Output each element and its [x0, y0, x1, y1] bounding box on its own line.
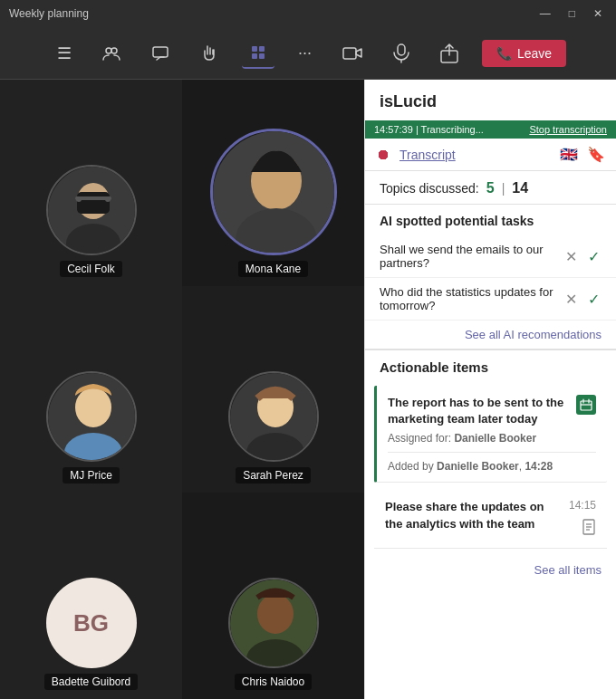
action-item-2: Please share the updates on the analytic… [374, 490, 607, 549]
phone-icon: 📞 [496, 46, 512, 61]
window-controls: — □ ✕ [535, 5, 607, 22]
list-icon[interactable]: ☰ [50, 38, 79, 69]
ai-task-2-confirm-button[interactable]: ✓ [586, 289, 602, 310]
svg-rect-30 [581, 401, 592, 410]
ai-task-1-reject-button[interactable]: ✕ [563, 246, 579, 267]
action-item-1: The report has to be sent to the marketi… [374, 386, 607, 483]
action-item-2-title: Please share the updates on the analytic… [385, 499, 554, 531]
bookmark-icon[interactable]: 🔖 [587, 146, 605, 163]
svg-rect-4 [259, 46, 265, 52]
ai-task-1-confirm-button[interactable]: ✓ [586, 246, 602, 267]
name-monakane: Mona Kane [238, 261, 308, 277]
action-item-1-assigned: Assigned for: Danielle Booker [388, 432, 596, 445]
ai-task-2-actions: ✕ ✓ [563, 289, 602, 310]
more-icon[interactable]: ··· [291, 38, 319, 68]
name-mjprice: MJ Price [63, 467, 120, 484]
topics-bar: Topics discussed: 5 | 14 [365, 171, 616, 204]
title-bar: Weekly planning — □ ✕ [0, 0, 616, 27]
topics-divider: | [502, 181, 505, 196]
action-item-1-header: The report has to be sent to the marketi… [388, 395, 596, 427]
participant-cecilfolk: Cecil Folk [0, 80, 182, 286]
video-grid: Cecil Folk Mona Kane [0, 80, 364, 699]
see-all-ai-link[interactable]: See all AI recomendations [365, 321, 616, 349]
svg-rect-14 [77, 192, 110, 214]
avatar-chrisnaidoo [228, 578, 319, 668]
planner-icon[interactable] [576, 395, 596, 415]
ai-tasks-header: AI spotted potential tasks [365, 204, 616, 235]
close-button[interactable]: ✕ [589, 5, 607, 22]
participant-sarahperez: Sarah Perez [182, 286, 364, 493]
svg-rect-8 [398, 44, 405, 55]
action-item-divider [388, 452, 596, 453]
svg-rect-3 [252, 46, 257, 52]
avatar-mjprice [46, 371, 137, 462]
ai-task-1-text: Shall we send the emails to our partners… [380, 243, 556, 270]
flag-icon[interactable]: 🇬🇧 [560, 146, 578, 163]
svg-rect-6 [259, 53, 265, 59]
svg-rect-7 [343, 48, 356, 59]
mic-icon[interactable] [386, 38, 417, 69]
right-panel: isLucid 14:57:39 | Transcribing... Stop … [364, 80, 616, 699]
record-icon: ⏺ [376, 147, 390, 163]
action-item-1-title: The report has to be sent to the marketi… [388, 395, 569, 427]
avatar-sarahperez [228, 371, 319, 462]
chat-icon[interactable] [144, 39, 177, 68]
participant-badetteguibord: BG Badette Guibord [0, 493, 182, 699]
svg-rect-5 [252, 53, 257, 59]
actionable-header: Actionable items [365, 349, 616, 382]
name-chrisnaidoo: Chris Naidoo [235, 674, 312, 690]
svg-point-1 [111, 48, 117, 53]
document-icon [582, 519, 596, 539]
svg-point-0 [106, 48, 111, 53]
transcript-tab[interactable]: Transcript [399, 148, 456, 162]
ai-task-2-text: Who did the statistics updates for tomor… [380, 285, 556, 312]
apps-icon[interactable] [242, 38, 274, 69]
maximize-button[interactable]: □ [564, 5, 580, 22]
participant-chrisnaidoo: Chris Naidoo [182, 493, 364, 699]
avatar-cecilfolk [46, 165, 137, 255]
topics-total: 14 [512, 180, 528, 196]
name-sarahperez: Sarah Perez [236, 467, 311, 484]
action-item-2-header: Please share the updates on the analytic… [385, 499, 596, 539]
panel-title: isLucid [365, 80, 616, 120]
panel-tabs: ⏺ Transcript 🇬🇧 🔖 [365, 139, 616, 171]
topics-current: 5 [486, 180, 495, 196]
leave-button[interactable]: 📞 Leave [482, 40, 566, 67]
ai-task-2-reject-button[interactable]: ✕ [563, 289, 579, 310]
action-item-1-added: Added by Danielle Booker, 14:28 [388, 460, 596, 473]
participant-mjprice: MJ Price [0, 286, 182, 493]
avatar-badetteguibord: BG [46, 578, 137, 668]
participant-monakane: Mona Kane [182, 80, 364, 286]
panel-scroll-area: AI spotted potential tasks Shall we send… [365, 204, 616, 699]
action-item-2-time: 14:15 [569, 499, 596, 512]
main-area: Cecil Folk Mona Kane [0, 80, 616, 699]
svg-rect-17 [75, 196, 111, 200]
stop-transcription-link[interactable]: Stop transcription [529, 124, 607, 135]
svg-point-22 [75, 388, 111, 427]
ai-task-2: Who did the statistics updates for tomor… [365, 278, 616, 321]
avatar-monakane [210, 129, 337, 255]
name-badetteguibord: Badette Guibord [44, 674, 138, 690]
people-icon[interactable] [95, 39, 128, 68]
camera-icon[interactable] [335, 39, 370, 68]
raise-hand-icon[interactable] [193, 39, 226, 68]
status-bar: 14:57:39 | Transcribing... Stop transcri… [365, 120, 616, 139]
ai-task-1: Shall we send the emails to our partners… [365, 235, 616, 278]
toolbar: ☰ ··· [0, 27, 616, 80]
topics-label: Topics discussed: [380, 181, 479, 196]
status-time: 14:57:39 | Transcribing... [374, 124, 484, 135]
svg-point-28 [257, 594, 294, 634]
see-items-link[interactable]: See all items [365, 556, 616, 580]
svg-rect-2 [153, 47, 168, 57]
ai-task-1-actions: ✕ ✓ [563, 246, 602, 267]
share-icon[interactable] [433, 38, 466, 69]
window-title: Weekly planning [9, 7, 89, 20]
minimize-button[interactable]: — [535, 5, 555, 22]
name-cecilfolk: Cecil Folk [60, 261, 122, 277]
